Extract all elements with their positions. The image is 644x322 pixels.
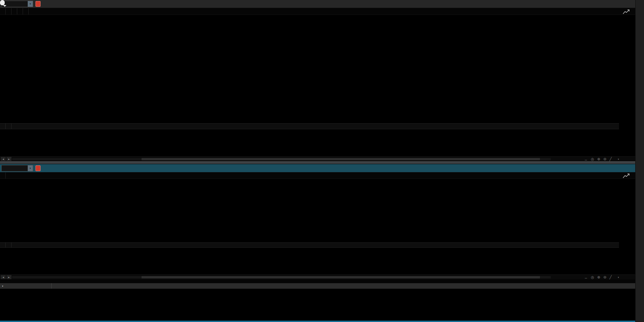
sort-caret-icon: ▾ bbox=[2, 285, 3, 287]
intraday-price-chart[interactable] bbox=[0, 15, 635, 123]
scroll-left-button[interactable]: ◂ bbox=[1, 157, 6, 161]
zoom-out-icon[interactable]: ⊖ bbox=[603, 275, 606, 279]
scroll-right-button[interactable]: ▸ bbox=[6, 275, 11, 279]
intraday-chart-header bbox=[0, 8, 635, 15]
chart-scrollbar[interactable] bbox=[12, 276, 551, 278]
fit-width-icon[interactable]: ↔ bbox=[584, 275, 588, 279]
scroll-left-button[interactable]: ◂ bbox=[1, 275, 6, 279]
chart-title bbox=[0, 172, 6, 179]
drawing-set-caret-icon[interactable]: ▾ bbox=[618, 158, 619, 161]
daily-volume-row bbox=[0, 242, 619, 248]
fit-width-icon[interactable]: ↔ bbox=[584, 157, 588, 161]
vwap-study-value bbox=[11, 8, 17, 15]
prevclose-study-label[interactable] bbox=[17, 8, 23, 15]
symbol-dropdown-caret-icon[interactable]: ▼ bbox=[28, 1, 33, 7]
daily-toolbar: ▼ bbox=[0, 164, 635, 172]
alerts-badge[interactable] bbox=[35, 165, 41, 171]
news-title-column-header[interactable] bbox=[52, 283, 635, 289]
trading-platform-window: ▼ bbox=[0, 0, 644, 322]
chart-actions-icon[interactable] bbox=[622, 173, 630, 179]
daily-price-chart[interactable] bbox=[0, 179, 635, 242]
volume-value bbox=[6, 243, 11, 247]
daily-volume-chart[interactable] bbox=[0, 248, 635, 269]
intraday-volume-chart[interactable] bbox=[0, 129, 635, 151]
zoom-in-icon[interactable]: ⊕ bbox=[597, 157, 600, 161]
daily-chart-header bbox=[0, 172, 635, 179]
chart-title bbox=[0, 8, 6, 15]
chart-actions-icon[interactable] bbox=[622, 9, 630, 15]
intraday-toolbar: ▼ bbox=[0, 0, 635, 8]
scroll-right-button[interactable]: ▸ bbox=[6, 157, 11, 161]
symbol-input[interactable]: ▼ bbox=[1, 165, 33, 171]
chart-scrollbar[interactable] bbox=[12, 158, 551, 160]
scrollbar-thumb[interactable] bbox=[142, 276, 540, 278]
news-table-header: ▾ bbox=[0, 283, 635, 289]
crosshair-icon[interactable]: ◎ bbox=[591, 157, 594, 161]
high-price-bubble bbox=[0, 0, 5, 5]
drawing-set-caret-icon[interactable]: ▾ bbox=[618, 276, 619, 279]
daily-date-axis bbox=[0, 269, 619, 274]
volume-label bbox=[0, 124, 6, 129]
prevclose-study-value bbox=[23, 8, 29, 15]
volume-label bbox=[0, 243, 6, 247]
crosshair-icon[interactable]: ◎ bbox=[591, 275, 594, 279]
alerts-badge[interactable] bbox=[35, 1, 41, 7]
symbol-dropdown-caret-icon[interactable]: ▼ bbox=[28, 165, 33, 171]
vwap-study-label[interactable] bbox=[6, 8, 11, 15]
zoom-out-icon[interactable]: ⊖ bbox=[603, 157, 606, 161]
news-panel-top bbox=[0, 279, 635, 283]
news-selected-row-strip[interactable] bbox=[0, 321, 635, 322]
intraday-time-axis bbox=[0, 151, 619, 156]
daily-scroll-row: ◂ ▸ ↔ ◎ ⊕ ⊖ ╱ ▾ bbox=[0, 274, 635, 279]
scrollbar-thumb[interactable] bbox=[142, 158, 540, 160]
intraday-volume-row bbox=[0, 123, 619, 129]
news-time-column-header[interactable]: ▾ bbox=[0, 283, 52, 289]
symbol-value[interactable] bbox=[2, 165, 28, 171]
right-gadget-strip bbox=[635, 0, 644, 322]
volume-value bbox=[6, 124, 11, 129]
line-tool-icon[interactable]: ╱ bbox=[610, 275, 612, 279]
zoom-in-icon[interactable]: ⊕ bbox=[597, 275, 600, 279]
intraday-scroll-row: ◂ ▸ ↔ ◎ ⊕ ⊖ ╱ ▾ bbox=[0, 156, 635, 161]
panel-divider[interactable] bbox=[0, 161, 644, 164]
line-tool-icon[interactable]: ╱ bbox=[610, 157, 612, 161]
